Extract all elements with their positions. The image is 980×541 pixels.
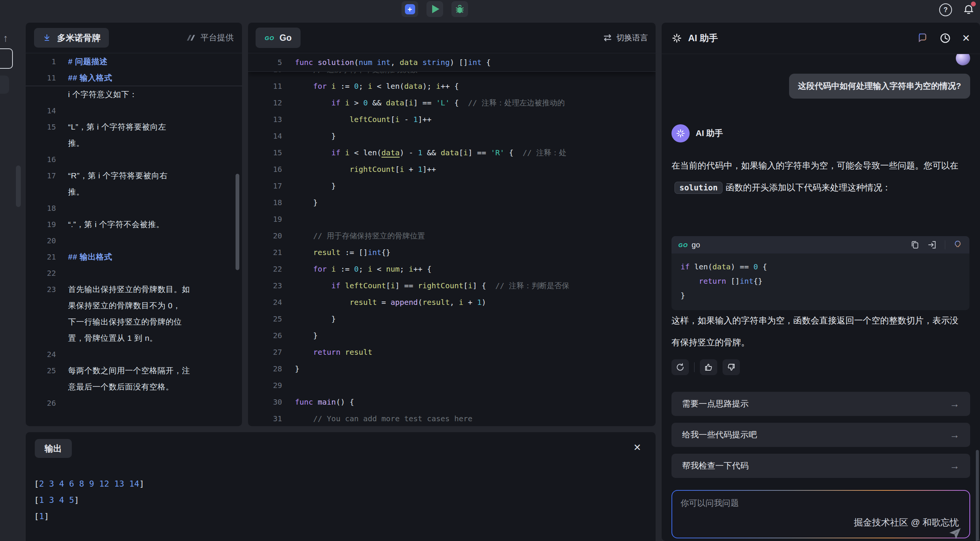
code-line: 29 bbox=[248, 377, 655, 393]
problem-content[interactable]: i 个字符意义如下：1415“L”，第 i 个字符将要被向左推。1617“R”，… bbox=[26, 86, 242, 411]
insert-code-icon[interactable] bbox=[928, 240, 937, 250]
thumbs-down-button[interactable] bbox=[722, 359, 740, 375]
line-number: 23 bbox=[248, 281, 295, 290]
thumbs-up-button[interactable] bbox=[700, 359, 717, 375]
scroll-top-arrow[interactable]: ↑ bbox=[3, 32, 8, 44]
code-text: } bbox=[295, 181, 336, 190]
bulb-icon[interactable] bbox=[953, 240, 963, 250]
provider-label: 平台提供 bbox=[200, 32, 234, 43]
problem-row: 意最后一个数后面没有空格。 bbox=[26, 379, 242, 395]
problem-row: 置，骨牌位置从 1 到 n。 bbox=[26, 330, 242, 346]
problem-text: ## 输入格式 bbox=[68, 73, 112, 83]
problem-text: 意最后一个数后面没有空格。 bbox=[68, 382, 174, 392]
switch-language-button[interactable]: 切换语言 bbox=[603, 32, 648, 43]
suggestion-button[interactable]: 帮我检查一下代码→ bbox=[671, 454, 970, 478]
debug-button[interactable] bbox=[452, 1, 468, 17]
suggestion-button[interactable]: 给我一些代码提示吧→ bbox=[671, 423, 970, 447]
assistant-answer-outro: 这样，如果输入的字符串为空，函数会直接返回一个空的整数切片，表示没有保持竖立的骨… bbox=[671, 309, 966, 353]
code-line: 24 result = append(result, i + 1) bbox=[248, 294, 655, 311]
assistant-answer-intro: 在当前的代码中，如果输入的字符串为空，可能会导致一些问题。您可以在solutio… bbox=[671, 154, 966, 199]
notifications-button[interactable] bbox=[963, 3, 975, 17]
problem-text: 首先输出保持竖立的骨牌数目。如 bbox=[68, 284, 190, 295]
code-text: return result bbox=[295, 347, 372, 357]
problem-row: 15“L”，第 i 个字符将要被向左 bbox=[26, 119, 242, 135]
line-number: 21 bbox=[26, 252, 68, 262]
output-line: [1] bbox=[34, 508, 144, 524]
line-number: 18 bbox=[248, 198, 295, 207]
line-number: 26 bbox=[248, 331, 295, 340]
problem-text: ## 输出格式 bbox=[68, 252, 112, 262]
line-number: 11 bbox=[26, 73, 68, 82]
copy-icon[interactable] bbox=[910, 240, 920, 250]
ai-chat-area: 这段代码中如何处理输入字符串为空的情况? AI 助手 在当前的代码中， bbox=[662, 54, 980, 541]
new-chat-icon[interactable] bbox=[916, 32, 929, 44]
code-line: 15 if i < len(data) - 1 && data[i] == 'R… bbox=[248, 144, 655, 161]
code-text: } bbox=[295, 198, 318, 207]
line-number: 19 bbox=[248, 214, 295, 224]
add-testcase-button[interactable]: + bbox=[401, 1, 418, 17]
regenerate-button[interactable] bbox=[671, 359, 689, 375]
problem-panel-header: 多米诺骨牌 平台提供 bbox=[26, 23, 242, 53]
code-line: 31 // You can add more test cases here bbox=[248, 410, 655, 426]
top-toolbar: + ? bbox=[0, 0, 980, 20]
line-number: 30 bbox=[248, 397, 295, 406]
problem-text: “L”，第 i 个字符将要被向左 bbox=[68, 122, 166, 132]
code-line: 17 } bbox=[248, 178, 655, 194]
chat-input[interactable] bbox=[672, 491, 969, 517]
problem-row: 推。 bbox=[26, 184, 242, 200]
code-line: 22 for i := 0; i < num; i++ { bbox=[248, 261, 655, 277]
close-icon[interactable]: ✕ bbox=[962, 33, 970, 43]
close-icon[interactable]: ✕ bbox=[633, 442, 641, 453]
editor-code-area[interactable]: 10 // 遍历字符串，更新推动次数11 for i := 0; i < len… bbox=[248, 61, 655, 426]
download-icon bbox=[42, 33, 51, 42]
provider-label-group: 平台提供 bbox=[185, 32, 234, 43]
ai-scrollbar[interactable] bbox=[976, 450, 979, 541]
left-scrollbar[interactable] bbox=[16, 165, 21, 207]
send-icon[interactable] bbox=[948, 525, 963, 541]
output-console: [2 3 4 6 8 9 12 13 14][1 3 4 5][1] bbox=[34, 476, 144, 524]
chat-input-container: 掘金技术社区 @ 和歌忘忧 bbox=[671, 490, 970, 538]
code-line: 26 } bbox=[248, 327, 655, 344]
code-line: 5func solution(num int, data string) []i… bbox=[248, 54, 491, 71]
problem-row: 19“.”，第 i 个字符不会被推。 bbox=[26, 216, 242, 232]
code-line: 28} bbox=[248, 360, 655, 377]
line-number: 20 bbox=[248, 231, 295, 240]
line-number: 1 bbox=[26, 57, 68, 66]
code-text: result = append(result, i + 1) bbox=[295, 298, 486, 307]
code-line: 27 return result bbox=[248, 344, 655, 360]
problem-text: 每两个数之间用一个空格隔开，注 bbox=[68, 365, 190, 376]
problem-row: 16 bbox=[26, 151, 242, 167]
problem-row: 25每两个数之间用一个空格隔开，注 bbox=[26, 362, 242, 379]
app-window: + ? bbox=[0, 0, 980, 541]
code-editor-panel: GO Go 切换语言 5func solution(num int, data … bbox=[248, 23, 655, 426]
line-number: 20 bbox=[26, 236, 68, 245]
ai-title: AI 助手 bbox=[688, 32, 718, 44]
code-line: 23 if leftCount[i] == rightCount[i] { //… bbox=[248, 277, 655, 294]
answer-action-bar bbox=[671, 359, 740, 375]
line-number: 27 bbox=[248, 347, 295, 357]
suggestion-button[interactable]: 需要一点思路提示→ bbox=[671, 392, 970, 416]
tab-go[interactable]: GO Go bbox=[256, 28, 301, 48]
run-button[interactable] bbox=[426, 1, 443, 17]
platform-logo-icon bbox=[185, 33, 197, 42]
code-text: rightCount[i + 1]++ bbox=[295, 165, 436, 174]
history-icon[interactable] bbox=[939, 32, 951, 44]
line-number: 14 bbox=[26, 106, 68, 115]
code-line: 11 for i := 0; i < len(data); i++ { bbox=[248, 78, 655, 94]
code-line: return []int{} bbox=[681, 274, 960, 288]
problem-text: “R”，第 i 个字符将要被向右 bbox=[68, 170, 168, 181]
problem-title-tab[interactable]: 多米诺骨牌 bbox=[34, 28, 109, 48]
problem-text: 果保持竖立的骨牌数目不为 0， bbox=[68, 300, 181, 311]
line-number: 22 bbox=[248, 265, 295, 273]
swap-arrows-icon bbox=[603, 33, 612, 43]
line-number: 24 bbox=[248, 298, 295, 307]
problem-row: 23首先输出保持竖立的骨牌数目。如 bbox=[26, 281, 242, 297]
problem-scrollbar[interactable] bbox=[235, 174, 239, 270]
code-block-lang-group: GO go bbox=[678, 241, 700, 249]
help-icon[interactable]: ? bbox=[939, 3, 952, 16]
code-text: } bbox=[295, 331, 318, 340]
problem-row: 22 bbox=[26, 265, 242, 281]
code-line: } bbox=[681, 288, 960, 303]
chat-input-inner: 掘金技术社区 @ 和歌忘忧 bbox=[672, 491, 969, 538]
problem-row: 21## 输出格式 bbox=[26, 249, 242, 265]
